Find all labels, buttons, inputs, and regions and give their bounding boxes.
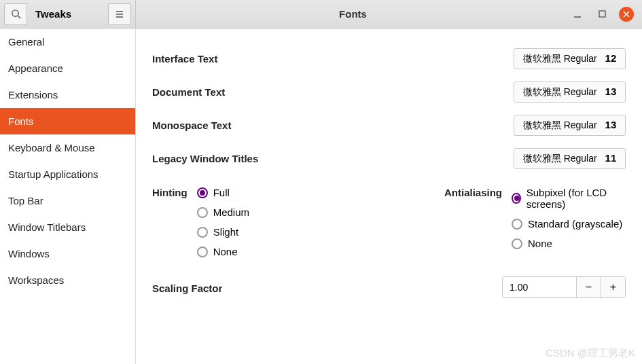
font-row-label: Interface Text	[152, 53, 217, 65]
radio-icon	[197, 187, 208, 198]
font-picker-button[interactable]: 微软雅黑 Regular 13	[514, 81, 626, 103]
font-row: Monospace Text微软雅黑 Regular 13	[152, 109, 626, 142]
window-close-button[interactable]	[619, 7, 634, 22]
antialiasing-group: Subpixel (for LCD screens)Standard (gray…	[512, 185, 626, 257]
sidebar-item-window-titlebars[interactable]: Window Titlebars	[0, 214, 135, 240]
window-maximize-button[interactable]	[594, 7, 609, 22]
sidebar-item-workspaces[interactable]: Workspaces	[0, 267, 135, 293]
hamburger-icon	[115, 10, 124, 19]
maximize-icon	[599, 10, 606, 18]
radio-option[interactable]: Medium	[197, 206, 249, 218]
sidebar-item-top-bar[interactable]: Top Bar	[0, 187, 135, 214]
sidebar-item-general[interactable]: General	[0, 29, 135, 55]
radio-icon	[512, 193, 521, 204]
radio-label: Medium	[213, 206, 249, 218]
radio-label: Slight	[213, 226, 239, 238]
radio-icon	[197, 207, 208, 218]
window-minimize-button[interactable]	[570, 7, 585, 22]
sidebar-item-windows[interactable]: Windows	[0, 240, 135, 267]
radio-icon	[512, 238, 522, 249]
sidebar-item-fonts[interactable]: Fonts	[0, 108, 135, 134]
titlebar: Tweaks Fonts	[0, 0, 642, 29]
radio-label: Standard (grayscale)	[528, 218, 622, 230]
font-row-label: Monospace Text	[152, 120, 231, 131]
hinting-group: FullMediumSlightNone	[197, 185, 249, 257]
radio-option[interactable]: Standard (grayscale)	[512, 218, 626, 230]
hinting-label: Hinting	[152, 185, 188, 257]
app-title: Tweaks	[31, 8, 75, 20]
font-row: Document Text微软雅黑 Regular 13	[152, 75, 626, 109]
sidebar-item-extensions[interactable]: Extensions	[0, 81, 135, 108]
font-row-label: Document Text	[152, 86, 225, 98]
close-icon	[622, 10, 630, 18]
font-row: Legacy Window Titles微软雅黑 Regular 11	[152, 142, 626, 175]
radio-option[interactable]: Subpixel (for LCD screens)	[512, 187, 626, 210]
radio-option[interactable]: None	[197, 246, 249, 257]
font-row-label: Legacy Window Titles	[152, 153, 258, 164]
font-picker-button[interactable]: 微软雅黑 Regular 12	[514, 48, 626, 69]
sidebar-item-appearance[interactable]: Appearance	[0, 55, 135, 81]
content-pane: Interface Text微软雅黑 Regular 12Document Te…	[136, 29, 642, 364]
radio-option[interactable]: None	[512, 238, 626, 249]
scaling-decrement-button[interactable]: −	[576, 277, 601, 297]
radio-option[interactable]: Full	[197, 187, 249, 198]
minimize-icon	[573, 10, 582, 18]
scaling-increment-button[interactable]: +	[601, 277, 625, 297]
search-button[interactable]	[4, 3, 27, 25]
radio-label: Full	[213, 187, 230, 198]
svg-line-1	[18, 16, 20, 18]
scaling-factor-spinner: − +	[502, 276, 626, 298]
radio-label: None	[213, 246, 238, 257]
radio-icon	[512, 219, 522, 230]
page-title: Fonts	[136, 0, 570, 28]
sidebar-item-keyboard-mouse[interactable]: Keyboard & Mouse	[0, 134, 135, 161]
radio-option[interactable]: Slight	[197, 226, 249, 238]
radio-label: Subpixel (for LCD screens)	[527, 187, 626, 210]
radio-icon	[197, 227, 208, 238]
sidebar: GeneralAppearanceExtensionsFontsKeyboard…	[0, 29, 136, 364]
scaling-factor-input[interactable]	[503, 277, 576, 297]
radio-icon	[197, 247, 208, 257]
font-picker-button[interactable]: 微软雅黑 Regular 11	[514, 148, 626, 169]
sidebar-item-startup-applications[interactable]: Startup Applications	[0, 161, 135, 187]
font-picker-button[interactable]: 微软雅黑 Regular 13	[514, 115, 626, 136]
antialiasing-label: Antialiasing	[444, 185, 502, 257]
radio-label: None	[528, 238, 552, 249]
menu-button[interactable]	[108, 3, 131, 25]
svg-rect-6	[599, 11, 605, 17]
svg-point-0	[12, 10, 18, 16]
scaling-factor-label: Scaling Factor	[152, 280, 222, 294]
font-row: Interface Text微软雅黑 Regular 12	[152, 42, 626, 75]
search-icon	[11, 9, 21, 19]
